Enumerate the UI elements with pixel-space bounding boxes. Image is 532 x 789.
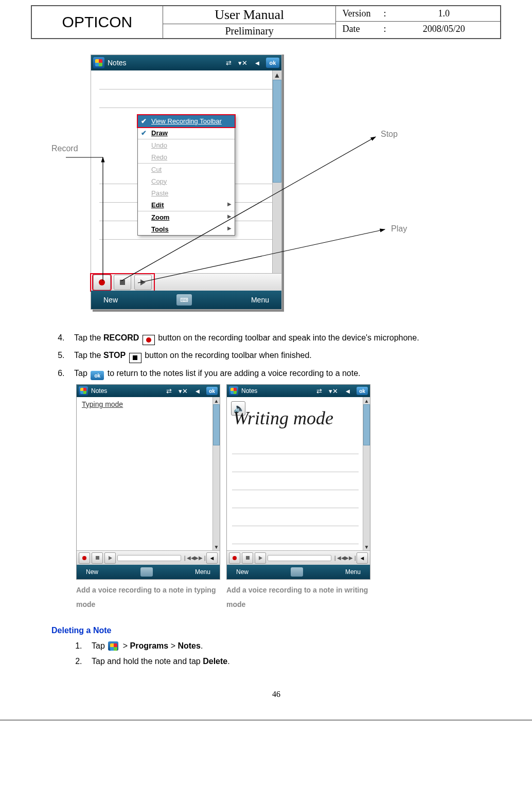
scrollbar[interactable]: ▲ ▼ <box>363 397 370 550</box>
caption-writing: Add a voice recording to a note in writi… <box>226 583 370 612</box>
prev-track-icon[interactable]: ❘◀◀ <box>183 555 193 561</box>
softkey-menu[interactable]: Menu <box>195 568 210 576</box>
scroll-thumb[interactable] <box>213 404 220 445</box>
delete-steps: Tap > Programs > Notes. Tap and hold the… <box>84 638 501 669</box>
date-value: 2008/05/20 <box>394 24 494 34</box>
annotation-arrows <box>51 55 448 322</box>
typed-text: Typing mode <box>82 400 123 408</box>
play-button[interactable] <box>255 552 266 564</box>
page-header: OPTICON User Manual Preliminary Version … <box>31 5 501 39</box>
ok-icon: ok <box>91 371 104 380</box>
volume-button[interactable]: ◄ <box>206 552 218 564</box>
softkey-new[interactable]: New <box>86 568 98 576</box>
colon: : <box>383 8 394 19</box>
figure-pair: Notes ⇄ ▾✕ ◄ ok Typing mode ▲ ▼ <box>76 384 501 612</box>
caption-typing: Add a voice recording to a note in typin… <box>76 583 220 612</box>
note-content[interactable]: Writing mode ▲ ▼ <box>227 397 370 550</box>
ok-button[interactable]: ok <box>357 387 368 395</box>
app-title: Notes <box>241 387 257 394</box>
ok-button[interactable]: ok <box>206 387 218 395</box>
stop-icon <box>129 353 141 363</box>
delete-step-2: Tap and hold the note and tap Delete. <box>84 654 501 669</box>
connection-icon[interactable]: ⇄ <box>313 385 325 397</box>
brand-name: OPTICON <box>32 6 163 38</box>
speaker-icon[interactable]: ◄ <box>342 385 353 397</box>
scroll-up-icon[interactable]: ▲ <box>213 397 220 404</box>
doc-title: User Manual <box>163 6 336 24</box>
stop-button[interactable] <box>242 552 253 564</box>
progress-slider[interactable] <box>117 555 181 561</box>
handwriting-text: Writing mode <box>233 407 333 429</box>
prev-track-icon[interactable]: ❘◀◀ <box>333 555 343 561</box>
stop-button[interactable] <box>92 552 103 564</box>
colon: : <box>383 24 394 34</box>
connection-icon[interactable]: ⇄ <box>163 385 174 397</box>
recording-toolbar: ❘◀◀ ▶▶❘ ◄ <box>227 550 370 565</box>
scroll-thumb[interactable] <box>363 404 370 445</box>
keyboard-icon[interactable] <box>291 567 303 577</box>
record-button[interactable] <box>79 552 90 564</box>
next-track-icon[interactable]: ▶▶❘ <box>345 555 355 561</box>
scroll-down-icon[interactable]: ▼ <box>213 543 220 550</box>
doc-subtitle: Preliminary <box>163 24 336 38</box>
progress-slider[interactable] <box>268 555 331 561</box>
softkey-menu[interactable]: Menu <box>345 568 361 576</box>
figure-notes-menu: Notes ⇄ ▾✕ ◄ ok View Recording Toolbar D… <box>51 55 448 322</box>
volume-button[interactable]: ◄ <box>357 552 368 564</box>
section-deleting-a-note: Deleting a Note <box>51 626 501 635</box>
signal-icon[interactable]: ▾✕ <box>178 385 189 397</box>
signal-icon[interactable]: ▾✕ <box>328 385 339 397</box>
step-5: Tap the STOP button on the recording too… <box>67 347 501 365</box>
soft-key-bar: New Menu <box>227 565 370 579</box>
keyboard-icon[interactable] <box>140 567 153 577</box>
date-label: Date <box>342 24 383 34</box>
version-label: Version <box>342 8 383 19</box>
page-number: 46 <box>51 690 501 699</box>
scroll-down-icon[interactable]: ▼ <box>363 543 370 550</box>
start-icon[interactable] <box>79 386 88 396</box>
scrollbar[interactable]: ▲ ▼ <box>212 397 220 550</box>
start-flag-icon <box>108 641 119 652</box>
soft-key-bar: New Menu <box>77 565 220 579</box>
delete-step-1: Tap > Programs > Notes. <box>84 638 501 654</box>
play-button[interactable] <box>104 552 116 564</box>
speaker-icon[interactable]: ◄ <box>192 385 203 397</box>
app-title: Notes <box>91 387 107 394</box>
record-button[interactable] <box>229 552 240 564</box>
softkey-new[interactable]: New <box>236 568 249 576</box>
step-6: Tap ok to return to the notes list if yo… <box>67 365 501 383</box>
step-4: Tap the RECORD button on the recording t… <box>67 330 501 347</box>
recording-toolbar: ❘◀◀ ▶▶❘ ◄ <box>77 550 220 565</box>
version-value: 1.0 <box>394 8 494 19</box>
steps-list: Tap the RECORD button on the recording t… <box>67 330 501 382</box>
figure-writing-mode: Notes ⇄ ▾✕ ◄ ok Writing mode <box>226 384 370 612</box>
record-icon <box>143 335 155 345</box>
svg-line-3 <box>138 229 385 283</box>
next-track-icon[interactable]: ▶▶❘ <box>194 555 205 561</box>
figure-typing-mode: Notes ⇄ ▾✕ ◄ ok Typing mode ▲ ▼ <box>76 384 220 612</box>
note-content[interactable]: Typing mode ▲ ▼ <box>77 397 220 550</box>
scroll-up-icon[interactable]: ▲ <box>363 397 370 404</box>
start-icon[interactable] <box>229 386 238 396</box>
